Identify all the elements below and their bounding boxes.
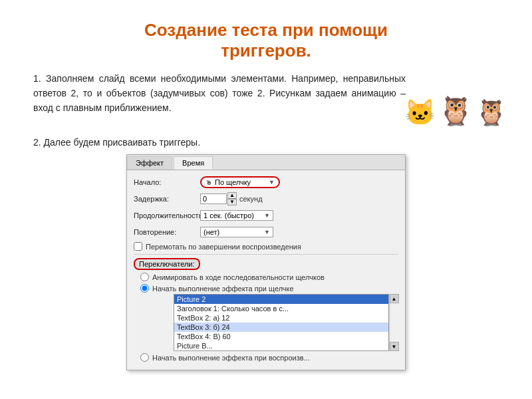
tab-effect[interactable]: Эффект (127, 156, 172, 170)
dropdown-arrow: ▼ (269, 179, 275, 186)
duration-label: Продолжительность: (134, 211, 200, 219)
picture-list[interactable]: Picture 2 Заголовок 1: Сколько часов в с… (174, 294, 389, 351)
cat-icon: 🐱 (404, 100, 436, 125)
scroll-down-btn[interactable]: ▼ (390, 342, 399, 351)
radio1-row: Анимировать в ходе последовательности ще… (140, 273, 398, 281)
delay-row: Задержка: ▲ ▼ секунд (134, 192, 398, 205)
tab-time[interactable]: Время (174, 156, 213, 170)
start-dropdown[interactable]: 🖱 По щелчку ▼ (200, 176, 280, 188)
radio2-input[interactable] (140, 284, 149, 293)
radio3-input[interactable] (140, 353, 149, 362)
dialog-tabs: Эффект Время (127, 155, 405, 170)
repeat-arrow: ▼ (264, 229, 270, 235)
radio2-section: Начать выполнение эффекта при щелчке Pic… (134, 284, 398, 351)
repeat-control: (нет) ▼ (200, 227, 398, 237)
dialog-content: Начало: 🖱 По щелчку ▼ Задержка: (127, 170, 405, 370)
delay-label: Задержка: (134, 195, 200, 203)
spinner-up[interactable]: ▲ (227, 192, 237, 199)
owl1-icon: 🦉 (438, 97, 473, 125)
page: Создание теста при помощи триггеров. 1. … (0, 0, 532, 399)
delay-control: ▲ ▼ секунд (200, 192, 398, 205)
start-control: 🖱 По щелчку ▼ (200, 176, 398, 188)
owl2-icon: 🦉 (475, 100, 507, 125)
section1-text: 1. Заполняем слайд всеми необходимыми эл… (33, 72, 406, 115)
rewind-checkbox[interactable] (134, 242, 142, 251)
list-scrollbar: ▲ ▼ (389, 294, 398, 351)
list-item-picture2[interactable]: Picture 2 (174, 295, 388, 304)
section2: 2. Далее будем присваивать триггеры. Эфф… (33, 137, 499, 370)
click-icon: 🖱 (205, 179, 212, 186)
radio1-input[interactable] (140, 273, 149, 281)
duration-control: 1 сек. (быстро) ▼ (200, 210, 398, 221)
owls-area: 🐱 🦉 🦉 (412, 72, 499, 125)
radio3-label: Начать выполнение эффекта при воспроизв.… (152, 354, 310, 362)
start-row: Начало: 🖱 По щелчку ▼ (134, 176, 398, 189)
list-item-textbox4[interactable]: TextBox 4: В) 60 (174, 332, 388, 341)
duration-arrow: ▼ (264, 212, 270, 219)
section2-text: 2. Далее будем присваивать триггеры. (33, 137, 499, 148)
repeat-label: Повторение: (134, 228, 200, 236)
divider (134, 254, 398, 255)
delay-input[interactable] (200, 194, 227, 204)
radio3-row: Начать выполнение эффекта при воспроизв.… (140, 353, 398, 362)
spinner-down[interactable]: ▼ (227, 199, 237, 205)
list-item-pictureb[interactable]: Picture B... (174, 341, 388, 350)
list-item-textbox3[interactable]: TextBox 3: б) 24 (174, 323, 388, 332)
section1: 1. Заполняем слайд всеми необходимыми эл… (33, 72, 499, 125)
repeat-row: Повторение: (нет) ▼ (134, 225, 398, 239)
duration-row: Продолжительность: 1 сек. (быстро) ▼ (134, 209, 398, 222)
duration-dropdown[interactable]: 1 сек. (быстро) ▼ (200, 210, 273, 221)
list-item-title1[interactable]: Заголовок 1: Сколько часов в с... (174, 304, 388, 313)
switcher-button[interactable]: Переключатели: (134, 258, 200, 270)
rewind-label: Перемотать по завершении воспроизведения (146, 243, 301, 251)
scroll-track (390, 303, 398, 342)
switcher-row: Переключатели: (134, 258, 398, 270)
page-title: Создание теста при помощи триггеров. (33, 20, 499, 61)
radio1-label: Анимировать в ходе последовательности ще… (152, 273, 325, 281)
radio2-row: Начать выполнение эффекта при щелчке (140, 284, 398, 293)
rewind-row: Перемотать по завершении воспроизведения (134, 242, 398, 251)
picture-list-container: Picture 2 Заголовок 1: Сколько часов в с… (174, 294, 398, 351)
repeat-dropdown[interactable]: (нет) ▼ (200, 227, 273, 237)
start-label: Начало: (134, 178, 200, 186)
scroll-up-btn[interactable]: ▲ (390, 294, 399, 303)
list-item-textbox2[interactable]: TextBox 2: a) 12 (174, 313, 388, 323)
radio2-label: Начать выполнение эффекта при щелчке (152, 285, 294, 293)
animation-dialog: Эффект Время Начало: 🖱 По щелчку (126, 154, 406, 370)
